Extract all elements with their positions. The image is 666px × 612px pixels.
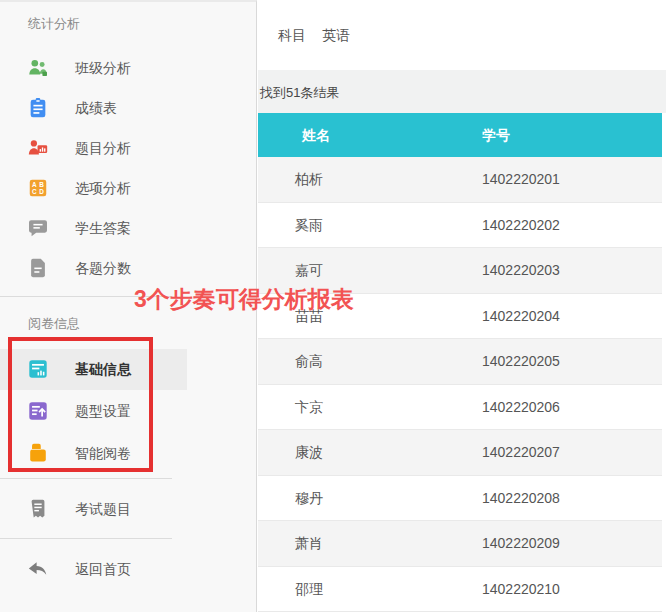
table-row: 康波 1402220207	[258, 430, 662, 476]
sidebar-item-back-home[interactable]: 返回首页	[0, 549, 256, 589]
sidebar-item-label: 学生答案	[75, 220, 131, 238]
student-id-cell: 1402220209	[482, 535, 560, 551]
sidebar-section-header-stats: 统计分析	[28, 15, 80, 33]
sidebar-item-exam-questions[interactable]: 考试题目	[0, 489, 256, 529]
back-arrow-icon	[27, 558, 49, 580]
people-icon	[27, 57, 49, 79]
sidebar-item-question-type[interactable]: 题型设置	[0, 391, 256, 431]
info-panel-icon	[27, 358, 49, 380]
name-cell: 卞京	[295, 399, 323, 417]
results-count-text: 找到51条结果	[260, 84, 339, 102]
table-row: 柏析 1402220201	[258, 157, 662, 203]
sidebar-section-header-grading: 阅卷信息	[28, 315, 80, 333]
sidebar-item-class-analysis[interactable]: 班级分析	[0, 48, 256, 88]
sidebar-item-label: 考试题目	[75, 501, 131, 519]
sidebar-item-option-analysis[interactable]: A B C D 选项分析	[0, 168, 256, 208]
sidebar-item-label: 班级分析	[75, 60, 131, 78]
topbar: 科目 英语	[258, 0, 666, 70]
table-row: 穆丹 1402220208	[258, 476, 662, 522]
svg-text:A: A	[32, 181, 37, 188]
document-icon	[27, 257, 49, 279]
sidebar-item-smart-grading[interactable]: 智能阅卷	[0, 433, 256, 473]
student-id-cell: 1402220205	[482, 353, 560, 369]
name-cell: 俞高	[295, 353, 323, 371]
name-cell: 萧肖	[295, 535, 323, 553]
student-id-cell: 1402220206	[482, 399, 560, 415]
column-header-name: 姓名	[302, 127, 330, 145]
sidebar-item-question-analysis[interactable]: 题目分析	[0, 128, 256, 168]
name-cell: 邵理	[295, 581, 323, 599]
student-id-cell: 1402220202	[482, 217, 560, 233]
column-header-student-id: 学号	[482, 127, 510, 145]
name-cell: 康波	[295, 444, 323, 462]
svg-text:C: C	[32, 188, 37, 195]
subject-filter-label: 科目	[278, 27, 306, 45]
name-cell: 穆丹	[295, 490, 323, 508]
name-cell: 柏析	[295, 171, 323, 189]
table-row: 邵理 1402220210	[258, 567, 662, 612]
abcd-icon: A B C D	[27, 177, 49, 199]
student-id-cell: 1402220210	[482, 581, 560, 597]
students-table: 姓名 学号 柏析 1402220201 奚雨 1402220202 嘉可 140…	[258, 113, 662, 612]
speech-bubble-icon	[27, 217, 49, 239]
svg-text:D: D	[39, 188, 44, 195]
list-up-arrow-icon	[27, 400, 49, 422]
sidebar-item-label: 题目分析	[75, 140, 131, 158]
sidebar-item-label: 返回首页	[75, 561, 131, 579]
sidebar-item-student-answers[interactable]: 学生答案	[0, 208, 256, 248]
table-header-row: 姓名 学号	[258, 113, 662, 157]
student-id-cell: 1402220201	[482, 171, 560, 187]
annotation-text: 3个步奏可得分析报表	[134, 284, 354, 315]
sidebar-item-label: 成绩表	[75, 100, 117, 118]
table-row: 卞京 1402220206	[258, 385, 662, 431]
sidebar-item-label: 各题分数	[75, 260, 131, 278]
lock-icon	[27, 442, 49, 464]
svg-text:B: B	[39, 181, 44, 188]
sidebar-item-label: 智能阅卷	[75, 445, 131, 463]
divider	[0, 478, 172, 479]
name-cell: 奚雨	[295, 217, 323, 235]
name-cell: 嘉可	[295, 262, 323, 280]
table-row: 奚雨 1402220202	[258, 203, 662, 249]
table-row: 萧肖 1402220209	[258, 521, 662, 567]
student-id-cell: 1402220207	[482, 444, 560, 460]
student-id-cell: 1402220208	[482, 490, 560, 506]
sidebar-item-label: 题型设置	[75, 403, 131, 421]
sidebar-item-score-table[interactable]: 成绩表	[0, 88, 256, 128]
sidebar-item-question-scores[interactable]: 各题分数	[0, 248, 256, 288]
results-band: 找到51条结果	[258, 70, 666, 113]
subject-filter-value[interactable]: 英语	[322, 27, 350, 45]
student-id-cell: 1402220204	[482, 308, 560, 324]
sidebar-item-basic-info[interactable]: 基础信息	[0, 349, 187, 390]
divider	[0, 538, 172, 539]
clipboard-icon	[27, 97, 49, 119]
table-row: 俞高 1402220205	[258, 339, 662, 385]
receipt-icon	[27, 498, 49, 520]
person-chart-icon	[27, 137, 49, 159]
student-id-cell: 1402220203	[482, 262, 560, 278]
sidebar-item-label: 选项分析	[75, 180, 131, 198]
sidebar-item-label: 基础信息	[75, 361, 131, 379]
